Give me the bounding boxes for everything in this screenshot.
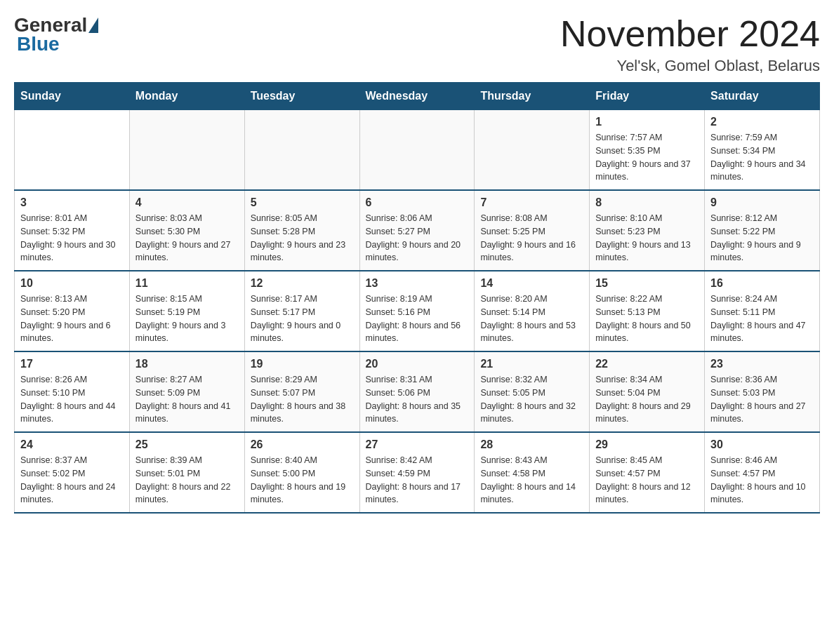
day-number: 21 bbox=[480, 358, 583, 370]
calendar-day-cell: 13Sunrise: 8:19 AM Sunset: 5:16 PM Dayli… bbox=[359, 271, 475, 351]
day-number: 15 bbox=[595, 277, 699, 290]
day-info: Sunrise: 8:12 AM Sunset: 5:22 PM Dayligh… bbox=[710, 212, 814, 264]
calendar-day-cell: 1Sunrise: 7:57 AM Sunset: 5:35 PM Daylig… bbox=[590, 110, 705, 191]
calendar-day-cell: 8Sunrise: 8:10 AM Sunset: 5:23 PM Daylig… bbox=[590, 190, 705, 271]
day-number: 6 bbox=[366, 196, 469, 209]
day-info: Sunrise: 8:42 AM Sunset: 4:59 PM Dayligh… bbox=[366, 454, 469, 507]
calendar-week-row: 24Sunrise: 8:37 AM Sunset: 5:02 PM Dayli… bbox=[15, 432, 820, 513]
day-number: 19 bbox=[251, 358, 354, 370]
day-number: 9 bbox=[710, 196, 814, 209]
day-number: 8 bbox=[595, 196, 699, 209]
calendar-day-cell: 3Sunrise: 8:01 AM Sunset: 5:32 PM Daylig… bbox=[15, 190, 130, 271]
day-info: Sunrise: 8:46 AM Sunset: 4:57 PM Dayligh… bbox=[710, 454, 814, 507]
day-number: 30 bbox=[710, 438, 814, 451]
day-info: Sunrise: 8:29 AM Sunset: 5:07 PM Dayligh… bbox=[251, 373, 354, 426]
day-number: 7 bbox=[480, 196, 583, 209]
day-info: Sunrise: 8:19 AM Sunset: 5:16 PM Dayligh… bbox=[366, 293, 469, 345]
day-number: 26 bbox=[251, 438, 354, 451]
calendar-day-cell: 19Sunrise: 8:29 AM Sunset: 5:07 PM Dayli… bbox=[244, 351, 359, 432]
calendar-day-cell: 29Sunrise: 8:45 AM Sunset: 4:57 PM Dayli… bbox=[590, 432, 705, 513]
day-info: Sunrise: 8:13 AM Sunset: 5:20 PM Dayligh… bbox=[20, 293, 124, 345]
day-info: Sunrise: 8:43 AM Sunset: 4:58 PM Dayligh… bbox=[480, 454, 583, 507]
calendar-day-cell: 12Sunrise: 8:17 AM Sunset: 5:17 PM Dayli… bbox=[244, 271, 359, 351]
day-info: Sunrise: 8:03 AM Sunset: 5:30 PM Dayligh… bbox=[135, 212, 239, 264]
day-number: 16 bbox=[710, 277, 814, 290]
day-number: 22 bbox=[595, 358, 699, 370]
title-section: November 2024 Yel'sk, Gomel Oblast, Bela… bbox=[560, 14, 820, 75]
calendar-day-cell: 9Sunrise: 8:12 AM Sunset: 5:22 PM Daylig… bbox=[705, 190, 820, 271]
day-number: 28 bbox=[480, 438, 583, 451]
day-info: Sunrise: 8:06 AM Sunset: 5:27 PM Dayligh… bbox=[366, 212, 469, 264]
day-info: Sunrise: 8:26 AM Sunset: 5:10 PM Dayligh… bbox=[20, 373, 124, 426]
day-info: Sunrise: 8:22 AM Sunset: 5:13 PM Dayligh… bbox=[595, 293, 699, 345]
day-info: Sunrise: 8:45 AM Sunset: 4:57 PM Dayligh… bbox=[595, 454, 699, 507]
calendar-header-row: Sunday Monday Tuesday Wednesday Thursday… bbox=[15, 83, 820, 110]
calendar-table: Sunday Monday Tuesday Wednesday Thursday… bbox=[14, 82, 820, 514]
header-thursday: Thursday bbox=[475, 83, 590, 110]
calendar-day-cell: 20Sunrise: 8:31 AM Sunset: 5:06 PM Dayli… bbox=[359, 351, 475, 432]
location: Yel'sk, Gomel Oblast, Belarus bbox=[560, 57, 820, 75]
calendar-day-cell: 28Sunrise: 8:43 AM Sunset: 4:58 PM Dayli… bbox=[475, 432, 590, 513]
day-info: Sunrise: 8:05 AM Sunset: 5:28 PM Dayligh… bbox=[251, 212, 354, 264]
day-info: Sunrise: 8:08 AM Sunset: 5:25 PM Dayligh… bbox=[480, 212, 583, 264]
header-saturday: Saturday bbox=[705, 83, 820, 110]
day-info: Sunrise: 8:31 AM Sunset: 5:06 PM Dayligh… bbox=[366, 373, 469, 426]
day-number: 13 bbox=[366, 277, 469, 290]
calendar-day-cell bbox=[475, 110, 590, 191]
day-number: 17 bbox=[20, 358, 124, 370]
calendar-week-row: 10Sunrise: 8:13 AM Sunset: 5:20 PM Dayli… bbox=[15, 271, 820, 351]
day-info: Sunrise: 7:57 AM Sunset: 5:35 PM Dayligh… bbox=[595, 131, 699, 184]
calendar-day-cell: 27Sunrise: 8:42 AM Sunset: 4:59 PM Dayli… bbox=[359, 432, 475, 513]
header-friday: Friday bbox=[590, 83, 705, 110]
day-number: 5 bbox=[251, 196, 354, 209]
calendar-day-cell: 30Sunrise: 8:46 AM Sunset: 4:57 PM Dayli… bbox=[705, 432, 820, 513]
day-info: Sunrise: 8:24 AM Sunset: 5:11 PM Dayligh… bbox=[710, 293, 814, 345]
logo: General Blue bbox=[14, 14, 100, 55]
day-number: 3 bbox=[20, 196, 124, 209]
calendar-day-cell: 22Sunrise: 8:34 AM Sunset: 5:04 PM Dayli… bbox=[590, 351, 705, 432]
month-title: November 2024 bbox=[560, 14, 820, 54]
day-number: 20 bbox=[366, 358, 469, 370]
day-info: Sunrise: 8:37 AM Sunset: 5:02 PM Dayligh… bbox=[20, 454, 124, 507]
header-monday: Monday bbox=[129, 83, 244, 110]
calendar-day-cell: 18Sunrise: 8:27 AM Sunset: 5:09 PM Dayli… bbox=[129, 351, 244, 432]
day-info: Sunrise: 8:32 AM Sunset: 5:05 PM Dayligh… bbox=[480, 373, 583, 426]
day-number: 24 bbox=[20, 438, 124, 451]
day-info: Sunrise: 8:39 AM Sunset: 5:01 PM Dayligh… bbox=[135, 454, 239, 507]
day-info: Sunrise: 8:01 AM Sunset: 5:32 PM Dayligh… bbox=[20, 212, 124, 264]
day-info: Sunrise: 8:10 AM Sunset: 5:23 PM Dayligh… bbox=[595, 212, 699, 264]
calendar-day-cell bbox=[359, 110, 475, 191]
page-header: General Blue November 2024 Yel'sk, Gomel… bbox=[14, 14, 820, 75]
logo-blue: Blue bbox=[14, 33, 60, 55]
day-number: 14 bbox=[480, 277, 583, 290]
calendar-day-cell: 17Sunrise: 8:26 AM Sunset: 5:10 PM Dayli… bbox=[15, 351, 130, 432]
calendar-day-cell: 24Sunrise: 8:37 AM Sunset: 5:02 PM Dayli… bbox=[15, 432, 130, 513]
day-number: 2 bbox=[710, 116, 814, 128]
day-info: Sunrise: 8:27 AM Sunset: 5:09 PM Dayligh… bbox=[135, 373, 239, 426]
calendar-day-cell: 5Sunrise: 8:05 AM Sunset: 5:28 PM Daylig… bbox=[244, 190, 359, 271]
calendar-day-cell: 6Sunrise: 8:06 AM Sunset: 5:27 PM Daylig… bbox=[359, 190, 475, 271]
day-number: 27 bbox=[366, 438, 469, 451]
day-number: 29 bbox=[595, 438, 699, 451]
calendar-day-cell bbox=[15, 110, 130, 191]
day-number: 10 bbox=[20, 277, 124, 290]
day-info: Sunrise: 8:20 AM Sunset: 5:14 PM Dayligh… bbox=[480, 293, 583, 345]
day-info: Sunrise: 8:15 AM Sunset: 5:19 PM Dayligh… bbox=[135, 293, 239, 345]
calendar-day-cell: 10Sunrise: 8:13 AM Sunset: 5:20 PM Dayli… bbox=[15, 271, 130, 351]
calendar-day-cell: 23Sunrise: 8:36 AM Sunset: 5:03 PM Dayli… bbox=[705, 351, 820, 432]
logo-triangle-icon bbox=[88, 18, 98, 33]
header-sunday: Sunday bbox=[15, 83, 130, 110]
day-info: Sunrise: 8:17 AM Sunset: 5:17 PM Dayligh… bbox=[251, 293, 354, 345]
calendar-day-cell: 2Sunrise: 7:59 AM Sunset: 5:34 PM Daylig… bbox=[705, 110, 820, 191]
day-info: Sunrise: 8:40 AM Sunset: 5:00 PM Dayligh… bbox=[251, 454, 354, 507]
calendar-day-cell bbox=[129, 110, 244, 191]
calendar-week-row: 1Sunrise: 7:57 AM Sunset: 5:35 PM Daylig… bbox=[15, 110, 820, 191]
calendar-day-cell bbox=[244, 110, 359, 191]
calendar-day-cell: 25Sunrise: 8:39 AM Sunset: 5:01 PM Dayli… bbox=[129, 432, 244, 513]
calendar-week-row: 17Sunrise: 8:26 AM Sunset: 5:10 PM Dayli… bbox=[15, 351, 820, 432]
header-wednesday: Wednesday bbox=[359, 83, 475, 110]
day-info: Sunrise: 7:59 AM Sunset: 5:34 PM Dayligh… bbox=[710, 131, 814, 184]
calendar-day-cell: 14Sunrise: 8:20 AM Sunset: 5:14 PM Dayli… bbox=[475, 271, 590, 351]
calendar-day-cell: 4Sunrise: 8:03 AM Sunset: 5:30 PM Daylig… bbox=[129, 190, 244, 271]
day-info: Sunrise: 8:36 AM Sunset: 5:03 PM Dayligh… bbox=[710, 373, 814, 426]
